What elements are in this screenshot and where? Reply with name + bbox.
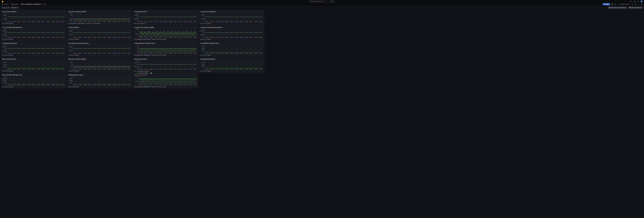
panel-header: Avg. Queued Objects [200,11,263,13]
plot-area[interactable] [206,45,262,52]
plot-area[interactable] [140,76,196,84]
chart-tooltip: 2023-08-30 22:23:00 127.0.0.1:9000: 0 B [136,70,153,75]
plot-area[interactable] [8,45,64,52]
zoom-out-button[interactable] [632,3,633,5]
time-series-chart [206,60,262,68]
panel-title[interactable]: Max Link Latency (millis) [68,58,86,60]
series-color-mark [68,71,70,71]
legend-item[interactable]: 127.0.0.1:9000 [200,23,263,24]
search-shortcut-badge: ctrl+k [330,1,334,2]
plot-area[interactable] [74,76,130,84]
legend-item[interactable]: {endpoint="localhost:9010", server="127.… [134,86,197,88]
variable-dropdown[interactable]: minio-job [10,7,19,9]
x-tick-label: 23:20 [193,53,196,54]
y-tick-label: 0.500 [69,79,72,81]
x-tick-label: 22:55 [37,84,40,86]
plot-area[interactable] [74,13,130,21]
time-range-picker[interactable]: Last 1 hour [620,3,630,5]
x-tick-label: 23:00 [108,68,111,70]
legend-item[interactable]: 127.0.0.1:9000 [200,39,263,40]
legend-item[interactable]: {endpoint="localhost:9010", server="127.… [68,23,131,24]
kiosk-mode-button[interactable] [641,3,642,5]
plot-area[interactable] [74,60,130,68]
panel-title[interactable]: Active Workers [68,26,79,29]
panel-title[interactable]: Link Offline Duration (sec) [200,42,219,44]
menu-toggle-button[interactable] [2,3,3,5]
legend-item[interactable]: 127.0.0.1:9000 [2,23,65,24]
dashboard-settings-button[interactable] [614,3,616,5]
plot-area[interactable] [140,13,196,21]
plot-area[interactable] [74,45,130,52]
x-tick-label: 22:25 [140,53,142,54]
plot-area[interactable] [74,29,130,37]
x-tick-label: 22:50 [164,53,167,54]
plot-area[interactable] [8,76,64,84]
help-button[interactable]: ? [634,1,636,2]
legend-label: 127.0.0.1:9000 [70,54,79,56]
minio-bucket-dashboard-link[interactable]: MinIO Bucket Dashboard [608,7,627,9]
x-tick-label: 22:30 [12,37,16,38]
grafana-logo-icon[interactable] [2,0,4,3]
legend-item[interactable]: 127.0.0.1:9000 [2,70,65,72]
x-tick-label: 23:05 [244,37,248,38]
legend-item[interactable]: 127.0.0.1:9000 [2,54,65,56]
legend-item[interactable]: 127.0.0.1:9000 [68,86,131,88]
plot-area[interactable] [206,29,262,37]
legend-label: 127.0.0.1:9000 [4,54,13,56]
legend-label: 127.0.0.1:9000 [70,86,79,88]
breadcrumb-home[interactable]: Home [4,3,8,5]
legend-item[interactable]: 127.0.0.1:9000 [200,54,263,56]
plot-area[interactable] [8,60,64,68]
user-avatar[interactable] [641,1,642,2]
search-input[interactable]: Search or jump to... ctrl+k [309,0,335,3]
y-axis: 107.5052.500 [68,60,74,68]
plot-area[interactable] [8,29,64,37]
panel-title[interactable]: Avg. Queued Size [134,11,147,13]
x-tick-label: 22:45 [225,21,228,22]
panel-title[interactable]: Max Active Workers [2,58,16,60]
legend-item[interactable]: 127.0.0.1:9000 [68,70,131,72]
y-tick-label: -1 B [4,36,6,37]
legend-item[interactable]: 127.0.0.1:9000 [2,39,65,40]
legend-item[interactable]: {endpoint="localhost:9010", server="127.… [134,54,197,56]
panel-title[interactable]: Max Queued Objects [200,58,215,60]
share-dashboard-button[interactable] [44,3,46,5]
notifications-button[interactable] [637,1,639,2]
panel-menu-icon[interactable]: ⋮ [195,58,197,60]
y-tick-label: -0.500 [69,50,72,51]
x-tick-label: 23:20 [61,37,64,38]
legend-item[interactable]: 127.0.0.1:9000 [68,39,131,40]
x-tick-label: 23:15 [122,68,126,70]
x-tick-label: 22:40 [154,21,157,22]
refresh-button[interactable] [635,3,638,5]
panel-title[interactable]: Max Queued Size [134,58,147,60]
time-series-chart [140,13,196,21]
y-tick-label: 0.250 B [2,81,6,83]
legend-item[interactable]: {endpoint="localhost:9010", server="127.… [134,39,197,40]
plot-area[interactable] [140,29,196,37]
add-panel-button[interactable]: Add [603,3,610,5]
legend-item[interactable]: 127.0.0.1:9000 [200,70,263,72]
minio-dashboard-link[interactable]: MinIO Dashboard [628,7,643,9]
panel-title[interactable]: Avg. Queued Objects [200,11,216,13]
legend-item[interactable]: 127.0.0.1:9000 [134,23,197,24]
plot-area[interactable] [206,60,262,68]
quick-add-button[interactable] [630,1,632,2]
plot-area[interactable] [140,45,196,52]
x-tick-label: 22:40 [22,37,25,38]
legend-item[interactable]: 127.0.0.1:9000 [2,86,65,88]
panel-title[interactable]: Avg. Active Workers [2,11,17,13]
time-series-chart [8,60,64,68]
panel-title[interactable]: Last Minute Queued Objects [68,42,88,44]
plot-area[interactable] [206,13,262,21]
legend-item[interactable]: 127.0.0.1:9000 [68,54,131,56]
plot-area[interactable] [140,60,196,68]
panel-title[interactable]: Backlog (last 5 mins) [68,74,83,76]
zoom-out-icon [632,3,633,5]
save-dashboard-button[interactable] [612,3,613,5]
plot-area[interactable] [8,13,64,21]
refresh-icon [635,3,636,5]
star-dashboard-button[interactable] [42,3,43,5]
breadcrumb-dashboards[interactable]: Dashboards [10,3,19,5]
x-tick-label: 23:10 [52,53,54,54]
